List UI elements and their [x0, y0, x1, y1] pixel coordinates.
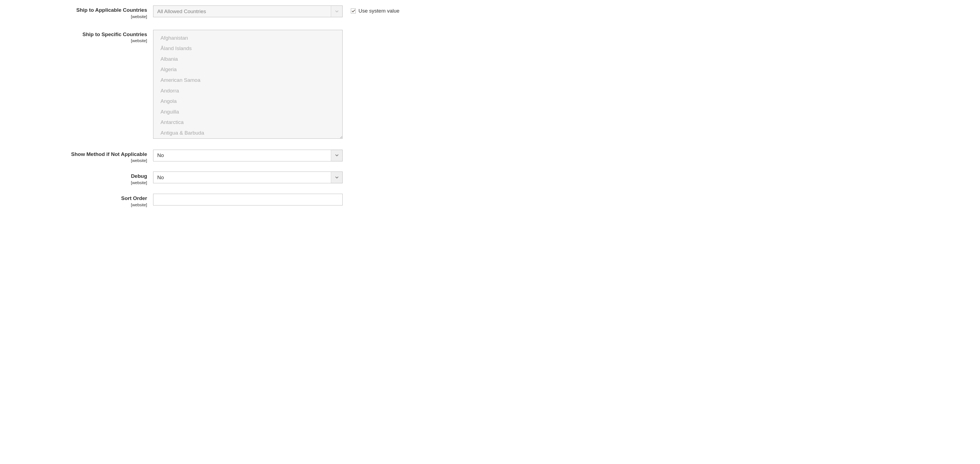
- multiselect-option[interactable]: Angola: [153, 96, 342, 107]
- sort-order-input[interactable]: [153, 194, 343, 206]
- multiselect-option[interactable]: Afghanistan: [153, 33, 342, 43]
- field-scope: [website]: [11, 38, 147, 43]
- field-col: [153, 194, 343, 206]
- field-scope: [website]: [11, 14, 147, 19]
- field-row-sort-order: Sort Order [website]: [11, 194, 969, 207]
- field-label: Ship to Specific Countries: [11, 31, 147, 38]
- debug-input[interactable]: [153, 172, 343, 183]
- field-label: Debug: [11, 173, 147, 180]
- field-label: Sort Order: [11, 195, 147, 202]
- field-col: [153, 5, 343, 17]
- show-method-input[interactable]: [153, 150, 343, 161]
- multiselect-option[interactable]: American Samoa: [153, 75, 342, 86]
- multiselect-option[interactable]: Algeria: [153, 64, 342, 75]
- use-system-value-checkbox[interactable]: Use system value: [351, 8, 399, 14]
- field-row-ship-specific: Ship to Specific Countries [website] Afg…: [11, 30, 969, 139]
- ship-specific-multiselect[interactable]: AfghanistanÅland IslandsAlbaniaAlgeriaAm…: [153, 30, 343, 139]
- ship-applicable-input: [153, 5, 343, 17]
- field-label: Show Method if Not Applicable: [11, 151, 147, 158]
- multiselect-option[interactable]: Åland Islands: [153, 43, 342, 54]
- multiselect-option[interactable]: Antarctica: [153, 117, 342, 128]
- field-scope: [website]: [11, 203, 147, 207]
- field-scope: [website]: [11, 158, 147, 163]
- multiselect-option[interactable]: Anguilla: [153, 107, 342, 117]
- field-scope: [website]: [11, 180, 147, 185]
- label-col: Ship to Applicable Countries [website]: [11, 5, 153, 19]
- show-method-select[interactable]: [153, 150, 343, 161]
- field-label: Ship to Applicable Countries: [11, 6, 147, 14]
- debug-select[interactable]: [153, 172, 343, 183]
- multiselect-option[interactable]: Albania: [153, 54, 342, 65]
- field-row-show-method: Show Method if Not Applicable [website]: [11, 150, 969, 163]
- extra-col: Use system value: [343, 5, 399, 14]
- field-row-ship-applicable: Ship to Applicable Countries [website] U…: [11, 5, 969, 19]
- checkbox-icon[interactable]: [351, 8, 356, 13]
- field-col: [153, 150, 343, 161]
- field-col: AfghanistanÅland IslandsAlbaniaAlgeriaAm…: [153, 30, 343, 139]
- label-col: Show Method if Not Applicable [website]: [11, 150, 153, 163]
- ship-applicable-select: [153, 5, 343, 17]
- label-col: Sort Order [website]: [11, 194, 153, 207]
- label-col: Ship to Specific Countries [website]: [11, 30, 153, 43]
- field-row-debug: Debug [website]: [11, 172, 969, 185]
- multiselect-option[interactable]: Antigua & Barbuda: [153, 128, 342, 139]
- multiselect-option[interactable]: Andorra: [153, 86, 342, 96]
- field-col: [153, 172, 343, 183]
- checkbox-label[interactable]: Use system value: [358, 8, 399, 14]
- label-col: Debug [website]: [11, 172, 153, 185]
